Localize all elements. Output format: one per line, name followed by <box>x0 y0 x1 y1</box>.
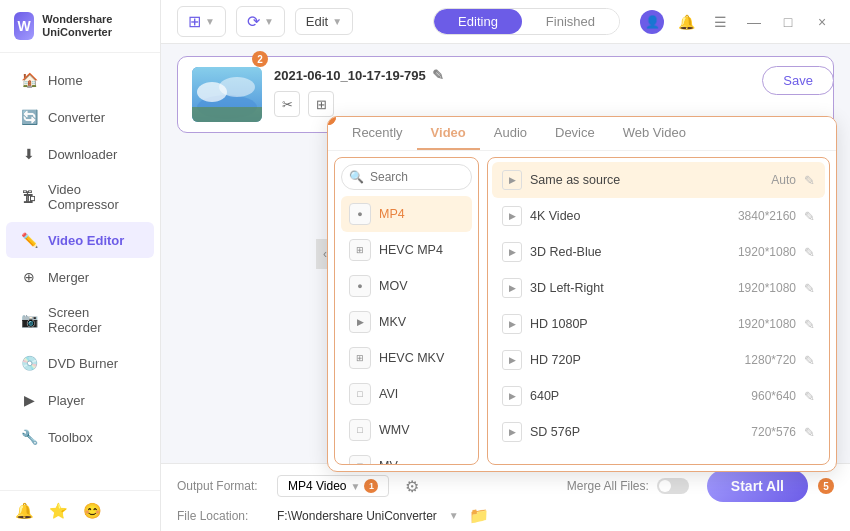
user-icon[interactable]: 👤 <box>640 10 664 34</box>
settings-icon: ⚙ <box>405 477 419 496</box>
format-item-wmv[interactable]: □ WMV <box>341 412 472 448</box>
tab-video[interactable]: Video <box>417 117 480 150</box>
quality-640p[interactable]: ▶ 640P 960*640 ✎ <box>492 378 825 414</box>
sidebar-item-converter[interactable]: 🔄 Converter <box>6 99 154 135</box>
format-item-mkv[interactable]: ▶ MKV <box>341 304 472 340</box>
quality-icon-5: ▶ <box>502 350 522 370</box>
hevc-mp4-icon: ⊞ <box>349 239 371 261</box>
file-location-row: File Location: F:\Wondershare UniConvert… <box>177 506 834 525</box>
merge-label: Merge All Files: <box>567 479 649 493</box>
format-item-mp4[interactable]: ● MP4 <box>341 196 472 232</box>
search-icon: 🔍 <box>349 170 364 184</box>
format-item-mv[interactable]: □ MV <box>341 448 472 465</box>
sidebar-label-converter: Converter <box>48 110 105 125</box>
edit-quality-4[interactable]: ✎ <box>804 317 815 332</box>
edit-quality-0[interactable]: ✎ <box>804 173 815 188</box>
tab-web-video[interactable]: Web Video <box>609 117 700 150</box>
edit-filename-icon[interactable]: ✎ <box>432 67 444 83</box>
quality-3d-red-blue[interactable]: ▶ 3D Red-Blue 1920*1080 ✎ <box>492 234 825 270</box>
edit-quality-7[interactable]: ✎ <box>804 425 815 440</box>
sidebar-item-downloader[interactable]: ⬇ Downloader <box>6 136 154 172</box>
bell-icon[interactable]: 🔔 <box>674 10 698 34</box>
format-item-avi[interactable]: □ AVI <box>341 376 472 412</box>
smiley-icon[interactable]: 😊 <box>82 501 102 521</box>
add-file-chevron[interactable]: ▼ <box>205 16 215 27</box>
edit-quality-2[interactable]: ✎ <box>804 245 815 260</box>
tab-recently[interactable]: Recently <box>338 117 417 150</box>
start-all-button[interactable]: Start All <box>707 470 808 502</box>
merge-switch[interactable] <box>657 478 689 494</box>
sidebar-item-video-compressor[interactable]: 🗜 Video Compressor <box>6 173 154 221</box>
sidebar: W Wondershare UniConverter 🏠 Home 🔄 Conv… <box>0 0 161 531</box>
maximize-icon[interactable]: □ <box>776 10 800 34</box>
format-item-hevc-mp4[interactable]: ⊞ HEVC MP4 <box>341 232 472 268</box>
dvd-burner-icon: 💿 <box>20 354 38 372</box>
badge-2: 2 <box>252 51 268 67</box>
sidebar-label-screen-recorder: Screen Recorder <box>48 305 140 335</box>
avi-icon: □ <box>349 383 371 405</box>
merge-toggle: Merge All Files: <box>567 478 689 494</box>
svg-point-4 <box>219 77 255 97</box>
edit-quality-5[interactable]: ✎ <box>804 353 815 368</box>
star-icon[interactable]: ⭐ <box>48 501 68 521</box>
quality-icon-3: ▶ <box>502 278 522 298</box>
edit-quality-3[interactable]: ✎ <box>804 281 815 296</box>
close-icon[interactable]: × <box>810 10 834 34</box>
sidebar-item-merger[interactable]: ⊕ Merger <box>6 259 154 295</box>
tab-editing[interactable]: Editing <box>434 9 522 34</box>
quality-hd-1080p[interactable]: ▶ HD 1080P 1920*1080 ✎ <box>492 306 825 342</box>
topbar-icons: 👤 🔔 ☰ — □ × <box>640 10 834 34</box>
quality-4k[interactable]: ▶ 4K Video 3840*2160 ✎ <box>492 198 825 234</box>
add-file-button[interactable]: ⊞ ▼ <box>177 6 226 37</box>
format-item-hevc-mkv[interactable]: ⊞ HEVC MKV <box>341 340 472 376</box>
app-logo-icon: W <box>14 12 34 40</box>
enhance-button[interactable]: ⊞ <box>308 91 334 117</box>
quality-same-as-source[interactable]: ▶ Same as source Auto ✎ <box>492 162 825 198</box>
sidebar-label-player: Player <box>48 393 85 408</box>
file-location-label: File Location: <box>177 509 267 523</box>
quality-list: 4 ▶ Same as source Auto ✎ ▶ 4K Video 384… <box>487 157 830 465</box>
sidebar-label-toolbox: Toolbox <box>48 430 93 445</box>
mov-icon: ● <box>349 275 371 297</box>
gear-btn[interactable]: ⚙ <box>405 477 419 496</box>
file-location-value: F:\Wondershare UniConverter <box>277 509 437 523</box>
quality-icon-1: ▶ <box>502 206 522 226</box>
sidebar-label-video-compressor: Video Compressor <box>48 182 140 212</box>
quality-icon-6: ▶ <box>502 386 522 406</box>
bottom-bar: Output Format: MP4 Video ▼ 1 ⚙ Merge All… <box>161 463 850 531</box>
notification-icon[interactable]: 🔔 <box>14 501 34 521</box>
save-button[interactable]: Save <box>762 66 834 95</box>
tab-device[interactable]: Device <box>541 117 609 150</box>
quality-hd-720p[interactable]: ▶ HD 720P 1280*720 ✎ <box>492 342 825 378</box>
cut-button[interactable]: ✂ <box>274 91 300 117</box>
sidebar-nav: 🏠 Home 🔄 Converter ⬇ Downloader 🗜 Video … <box>0 53 160 490</box>
tab-finished[interactable]: Finished <box>522 9 619 34</box>
sidebar-label-video-editor: Video Editor <box>48 233 124 248</box>
output-format-selector[interactable]: MP4 Video ▼ 1 <box>277 475 389 497</box>
sidebar-item-screen-recorder[interactable]: 📷 Screen Recorder <box>6 296 154 344</box>
edit-dropdown-chevron: ▼ <box>332 16 342 27</box>
sidebar-item-toolbox[interactable]: 🔧 Toolbox <box>6 419 154 455</box>
sidebar-label-merger: Merger <box>48 270 89 285</box>
edit-quality-1[interactable]: ✎ <box>804 209 815 224</box>
sidebar-item-video-editor[interactable]: ✏️ Video Editor <box>6 222 154 258</box>
dropdown-body: 3 🔍 ● MP4 ⊞ HEVC MP4 ● MO <box>328 151 836 471</box>
minimize-icon[interactable]: — <box>742 10 766 34</box>
badge-5: 5 <box>818 478 834 494</box>
sidebar-item-dvd-burner[interactable]: 💿 DVD Burner <box>6 345 154 381</box>
quality-3d-left-right[interactable]: ▶ 3D Left-Right 1920*1080 ✎ <box>492 270 825 306</box>
edit-quality-6[interactable]: ✎ <box>804 389 815 404</box>
quality-sd-576p[interactable]: ▶ SD 576P 720*576 ✎ <box>492 414 825 450</box>
menu-icon[interactable]: ☰ <box>708 10 732 34</box>
convert-chevron[interactable]: ▼ <box>264 16 274 27</box>
edit-dropdown[interactable]: Edit ▼ <box>295 8 353 35</box>
open-folder-icon[interactable]: 📁 <box>469 506 489 525</box>
tab-audio[interactable]: Audio <box>480 117 541 150</box>
location-chevron[interactable]: ▼ <box>449 510 459 521</box>
sidebar-item-home[interactable]: 🏠 Home <box>6 62 154 98</box>
status-tabs: Editing Finished <box>433 8 620 35</box>
sidebar-item-player[interactable]: ▶ Player <box>6 382 154 418</box>
format-item-mov[interactable]: ● MOV <box>341 268 472 304</box>
sidebar-label-home: Home <box>48 73 83 88</box>
convert-button[interactable]: ⟳ ▼ <box>236 6 285 37</box>
